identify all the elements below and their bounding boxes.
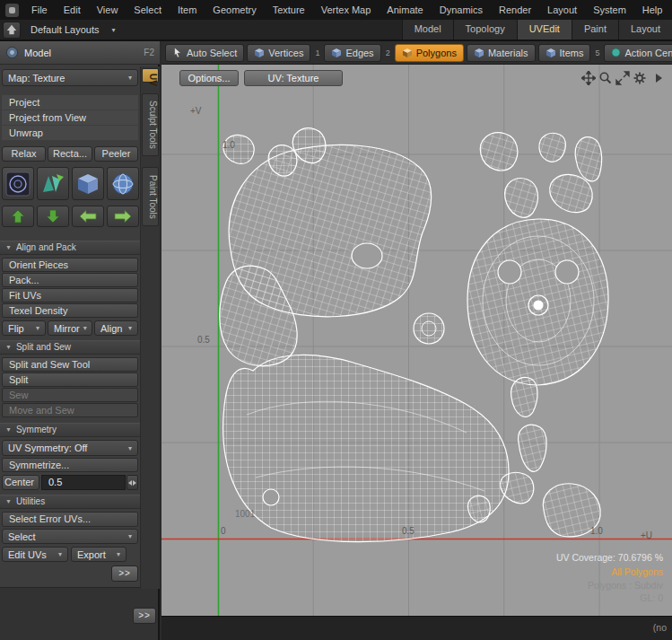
uv-projection-tool-button[interactable] — [2, 167, 34, 200]
relax-button[interactable]: Relax — [2, 146, 46, 162]
tick-bottom-right: 1.0 — [590, 526, 603, 536]
flip-dropdown[interactable]: Flip ▾ — [2, 320, 46, 336]
mirror-dropdown[interactable]: Mirror ▾ — [48, 320, 92, 336]
align-label: Align — [100, 323, 122, 334]
edit-uvs-dropdown[interactable]: Edit UVs ▾ — [2, 547, 68, 562]
vtab-paint-tools[interactable]: Paint Tools — [142, 167, 159, 226]
action-center-button[interactable]: Action Cen — [604, 44, 672, 62]
split-button[interactable]: Split — [2, 373, 138, 387]
move-down-button[interactable] — [37, 206, 69, 227]
cursor-icon — [172, 47, 183, 58]
auto-select-label: Auto Select — [187, 48, 237, 58]
panel-header[interactable]: Model F2 — [0, 41, 160, 65]
menu-layout[interactable]: Layout — [539, 0, 585, 20]
menu-system[interactable]: System — [585, 0, 634, 20]
align-dropdown[interactable]: Align ▾ — [94, 320, 138, 336]
unwrap-tool-button[interactable] — [37, 167, 69, 200]
uv-island-hole — [352, 243, 382, 268]
items-shortcut: 5 — [595, 48, 599, 57]
edges-label: Edges — [345, 48, 373, 58]
tab-layout[interactable]: Layout — [618, 20, 672, 39]
polygons-mode-button[interactable]: Polygons — [395, 44, 464, 62]
menu-file[interactable]: File — [23, 0, 56, 20]
menu-vertex-map[interactable]: Vertex Map — [313, 0, 380, 20]
default-layouts-dropdown[interactable]: Default Layouts ▾ — [23, 24, 122, 35]
panel-title: Model — [24, 48, 51, 58]
fit-uvs-button[interactable]: Fit UVs — [2, 288, 138, 302]
orient-pieces-button[interactable]: Orient Pieces — [2, 258, 138, 272]
section-symmetry[interactable]: ▼ Symmetry — [0, 423, 140, 437]
menu-geometry[interactable]: Geometry — [205, 0, 264, 20]
viewport-menu-arrow-icon[interactable] — [652, 71, 667, 85]
uv-symmetry-dropdown[interactable]: UV Symmetry: Off ▾ — [2, 440, 138, 456]
options-button[interactable]: Options... — [179, 70, 239, 86]
cube-projection-button[interactable] — [72, 167, 104, 200]
menu-render[interactable]: Render — [491, 0, 539, 20]
select-dropdown[interactable]: Select ▾ — [2, 529, 138, 544]
edges-mode-button[interactable]: Edges — [324, 44, 380, 62]
expand-panel-button[interactable]: >> — [111, 565, 138, 582]
gear-icon[interactable] — [633, 71, 647, 85]
auto-select-button[interactable]: Auto Select — [165, 44, 244, 62]
pan-icon[interactable] — [581, 71, 596, 85]
move-up-button[interactable] — [2, 206, 34, 227]
gl-readout: GL: 0 — [640, 592, 663, 603]
tab-topology[interactable]: Topology — [453, 20, 517, 39]
menu-animate[interactable]: Animate — [379, 0, 431, 20]
sew-button[interactable]: Sew — [2, 388, 138, 402]
sphere-projection-button[interactable] — [107, 167, 139, 200]
tab-model[interactable]: Model — [402, 20, 453, 39]
uv-map-selector[interactable]: Map: Texture ▾ — [2, 69, 138, 86]
menu-edit[interactable]: Edit — [56, 0, 89, 20]
split-and-sew-tool-button[interactable]: Split and Sew Tool — [2, 357, 138, 372]
menu-texture[interactable]: Texture — [265, 0, 313, 20]
move-right-button[interactable] — [107, 206, 139, 227]
uv-map-tab[interactable]: UV: Texture — [244, 70, 343, 86]
layout-bar: Default Layouts ▾ Model Topology UVEdit … — [0, 20, 672, 41]
menu-item[interactable]: Item — [170, 0, 205, 20]
green-right-arrow-icon — [114, 209, 132, 224]
rectangle-button[interactable]: Recta... — [48, 146, 92, 162]
section-utilities[interactable]: ▼ Utilities — [0, 495, 140, 509]
uv-viewport[interactable]: Options... UV: Texture +V 1.0 0.5 0 0.5 … — [161, 65, 672, 616]
peeler-button[interactable]: Peeler — [94, 146, 138, 162]
select-error-uvs-button[interactable]: Select Error UVs... — [2, 512, 138, 527]
symmetrize-button[interactable]: Symmetrize... — [2, 458, 138, 472]
uv-island-hole — [498, 260, 521, 284]
cmd-unwrap[interactable]: Unwrap — [2, 126, 138, 141]
menu-help[interactable]: Help — [634, 0, 671, 20]
maximize-icon[interactable] — [615, 71, 630, 85]
move-left-button[interactable] — [72, 206, 104, 227]
menu-select[interactable]: Select — [126, 0, 170, 20]
cmd-project-from-view[interactable]: Project from View — [2, 110, 138, 126]
zoom-icon[interactable] — [598, 71, 613, 85]
move-and-sew-button[interactable]: Move and Sew — [2, 403, 138, 417]
center-spinner[interactable] — [127, 475, 138, 490]
vertices-mode-button[interactable]: Vertices — [247, 44, 310, 62]
uv-island — [519, 425, 547, 471]
cmd-project[interactable]: Project — [2, 95, 138, 110]
tab-uvedit[interactable]: UVEdit — [517, 20, 572, 39]
materials-mode-button[interactable]: Materials — [467, 44, 536, 62]
vtab-sculpt-tools[interactable]: Sculpt Tools — [142, 93, 159, 156]
uv-island — [550, 175, 593, 213]
menu-view[interactable]: View — [89, 0, 127, 20]
tab-paint[interactable]: Paint — [572, 20, 618, 39]
center-value-field[interactable]: 0.5 — [41, 475, 126, 490]
materials-label: Materials — [488, 48, 528, 58]
vtab-uv[interactable]: UV — [142, 68, 159, 83]
expand-lower-button[interactable]: >> — [133, 608, 156, 624]
texel-density-button[interactable]: Texel Density — [2, 303, 138, 318]
v-axis-label: +V — [190, 106, 202, 116]
uv-island — [511, 378, 537, 417]
section-split-and-sew[interactable]: ▼ Split and Sew — [0, 340, 140, 355]
layout-up-button[interactable] — [3, 22, 21, 39]
section-align-and-pack[interactable]: ▼ Align and Pack — [0, 241, 140, 255]
sphere-icon — [109, 171, 136, 197]
items-mode-button[interactable]: Items — [538, 44, 591, 62]
export-dropdown[interactable]: Export ▾ — [71, 547, 127, 562]
collapse-arrow-icon: ▼ — [5, 341, 12, 354]
menu-dynamics[interactable]: Dynamics — [432, 0, 491, 20]
spinner-left-icon — [128, 480, 132, 486]
pack-button[interactable]: Pack... — [2, 273, 138, 287]
